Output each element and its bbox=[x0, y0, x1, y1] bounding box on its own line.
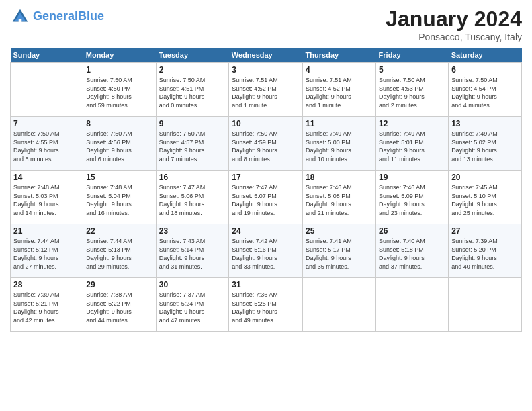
day-number: 19 bbox=[379, 173, 445, 182]
day-cell bbox=[303, 278, 376, 332]
day-cell: 19Sunrise: 7:46 AMSunset: 5:09 PMDayligh… bbox=[376, 171, 449, 224]
day-number: 20 bbox=[451, 173, 519, 182]
day-number: 23 bbox=[159, 226, 226, 236]
day-cell: 14Sunrise: 7:48 AMSunset: 5:03 PMDayligh… bbox=[11, 171, 83, 224]
day-info: Sunrise: 7:39 AMSunset: 5:20 PMDaylight:… bbox=[451, 237, 519, 271]
day-number: 18 bbox=[306, 173, 373, 182]
day-number: 24 bbox=[232, 226, 300, 236]
day-info: Sunrise: 7:49 AMSunset: 5:01 PMDaylight:… bbox=[379, 130, 445, 163]
day-cell: 2Sunrise: 7:50 AMSunset: 4:51 PMDaylight… bbox=[156, 63, 229, 117]
day-info: Sunrise: 7:39 AMSunset: 5:21 PMDaylight:… bbox=[13, 291, 80, 324]
day-info: Sunrise: 7:46 AMSunset: 5:09 PMDaylight:… bbox=[379, 183, 445, 217]
day-cell: 30Sunrise: 7:37 AMSunset: 5:24 PMDayligh… bbox=[156, 278, 229, 332]
day-info: Sunrise: 7:50 AMSunset: 4:59 PMDaylight:… bbox=[232, 130, 300, 163]
day-number: 15 bbox=[86, 173, 152, 182]
day-info: Sunrise: 7:37 AMSunset: 5:24 PMDaylight:… bbox=[159, 291, 226, 324]
day-number: 30 bbox=[159, 280, 226, 289]
page: GeneralBlue January 2024 Ponsacco, Tusca… bbox=[0, 0, 532, 411]
day-cell bbox=[376, 278, 449, 332]
day-cell: 15Sunrise: 7:48 AMSunset: 5:04 PMDayligh… bbox=[83, 171, 156, 224]
day-info: Sunrise: 7:50 AMSunset: 4:51 PMDaylight:… bbox=[159, 76, 226, 109]
day-cell: 11Sunrise: 7:49 AMSunset: 5:00 PMDayligh… bbox=[303, 117, 376, 171]
logo-line1: General bbox=[33, 9, 78, 23]
day-number: 4 bbox=[306, 65, 373, 75]
day-number: 16 bbox=[159, 173, 226, 182]
day-cell: 7Sunrise: 7:50 AMSunset: 4:55 PMDaylight… bbox=[11, 117, 83, 171]
day-cell: 13Sunrise: 7:49 AMSunset: 5:02 PMDayligh… bbox=[449, 117, 522, 171]
day-number: 8 bbox=[86, 119, 152, 128]
week-row-1: 7Sunrise: 7:50 AMSunset: 4:55 PMDaylight… bbox=[11, 117, 522, 171]
day-cell: 21Sunrise: 7:44 AMSunset: 5:12 PMDayligh… bbox=[11, 224, 83, 278]
day-cell: 12Sunrise: 7:49 AMSunset: 5:01 PMDayligh… bbox=[376, 117, 449, 171]
day-cell: 25Sunrise: 7:41 AMSunset: 5:17 PMDayligh… bbox=[303, 224, 376, 278]
day-number: 22 bbox=[86, 226, 152, 236]
day-cell: 5Sunrise: 7:50 AMSunset: 4:53 PMDaylight… bbox=[376, 63, 449, 117]
day-info: Sunrise: 7:51 AMSunset: 4:52 PMDaylight:… bbox=[232, 76, 300, 109]
logo-icon bbox=[10, 7, 30, 27]
day-cell: 24Sunrise: 7:42 AMSunset: 5:16 PMDayligh… bbox=[229, 224, 303, 278]
day-info: Sunrise: 7:40 AMSunset: 5:18 PMDaylight:… bbox=[379, 237, 445, 271]
day-cell: 23Sunrise: 7:43 AMSunset: 5:14 PMDayligh… bbox=[156, 224, 229, 278]
subtitle: Ponsacco, Tuscany, Italy bbox=[386, 32, 522, 42]
day-number: 10 bbox=[232, 119, 300, 128]
day-cell: 22Sunrise: 7:44 AMSunset: 5:13 PMDayligh… bbox=[83, 224, 156, 278]
day-cell: 16Sunrise: 7:47 AMSunset: 5:06 PMDayligh… bbox=[156, 171, 229, 224]
day-cell: 31Sunrise: 7:36 AMSunset: 5:25 PMDayligh… bbox=[229, 278, 303, 332]
svg-rect-2 bbox=[19, 19, 22, 23]
day-info: Sunrise: 7:48 AMSunset: 5:04 PMDaylight:… bbox=[86, 183, 152, 217]
day-number: 31 bbox=[232, 280, 300, 289]
col-header-thursday: Thursday bbox=[303, 48, 376, 63]
day-number: 7 bbox=[13, 119, 80, 128]
day-info: Sunrise: 7:49 AMSunset: 5:00 PMDaylight:… bbox=[306, 130, 373, 163]
day-number: 28 bbox=[13, 280, 80, 289]
col-header-sunday: Sunday bbox=[11, 48, 83, 63]
day-cell bbox=[11, 63, 83, 117]
logo-line2: Blue bbox=[78, 9, 104, 23]
day-number: 11 bbox=[306, 119, 373, 128]
day-cell: 27Sunrise: 7:39 AMSunset: 5:20 PMDayligh… bbox=[449, 224, 522, 278]
day-number: 29 bbox=[86, 280, 152, 289]
day-number: 2 bbox=[159, 65, 226, 75]
day-number: 25 bbox=[306, 226, 373, 236]
day-number: 17 bbox=[232, 173, 300, 182]
day-number: 3 bbox=[232, 65, 300, 75]
day-info: Sunrise: 7:44 AMSunset: 5:13 PMDaylight:… bbox=[86, 237, 152, 271]
day-cell: 8Sunrise: 7:50 AMSunset: 4:56 PMDaylight… bbox=[83, 117, 156, 171]
day-info: Sunrise: 7:38 AMSunset: 5:22 PMDaylight:… bbox=[86, 291, 152, 324]
day-info: Sunrise: 7:48 AMSunset: 5:03 PMDaylight:… bbox=[13, 183, 80, 217]
col-header-saturday: Saturday bbox=[449, 48, 522, 63]
week-row-2: 14Sunrise: 7:48 AMSunset: 5:03 PMDayligh… bbox=[11, 171, 522, 224]
day-number: 14 bbox=[13, 173, 80, 182]
calendar-table: SundayMondayTuesdayWednesdayThursdayFrid… bbox=[10, 48, 522, 332]
day-info: Sunrise: 7:50 AMSunset: 4:53 PMDaylight:… bbox=[379, 76, 445, 109]
day-number: 26 bbox=[379, 226, 445, 236]
day-cell: 26Sunrise: 7:40 AMSunset: 5:18 PMDayligh… bbox=[376, 224, 449, 278]
day-cell: 4Sunrise: 7:51 AMSunset: 4:52 PMDaylight… bbox=[303, 63, 376, 117]
day-cell: 6Sunrise: 7:50 AMSunset: 4:54 PMDaylight… bbox=[449, 63, 522, 117]
day-number: 9 bbox=[159, 119, 226, 128]
day-info: Sunrise: 7:47 AMSunset: 5:07 PMDaylight:… bbox=[232, 183, 300, 217]
day-info: Sunrise: 7:47 AMSunset: 5:06 PMDaylight:… bbox=[159, 183, 226, 217]
day-cell: 9Sunrise: 7:50 AMSunset: 4:57 PMDaylight… bbox=[156, 117, 229, 171]
header-row: SundayMondayTuesdayWednesdayThursdayFrid… bbox=[11, 48, 522, 63]
day-number: 12 bbox=[379, 119, 445, 128]
day-cell: 1Sunrise: 7:50 AMSunset: 4:50 PMDaylight… bbox=[83, 63, 156, 117]
col-header-monday: Monday bbox=[83, 48, 156, 63]
day-info: Sunrise: 7:49 AMSunset: 5:02 PMDaylight:… bbox=[451, 130, 519, 163]
col-header-friday: Friday bbox=[376, 48, 449, 63]
day-cell: 17Sunrise: 7:47 AMSunset: 5:07 PMDayligh… bbox=[229, 171, 303, 224]
week-row-4: 28Sunrise: 7:39 AMSunset: 5:21 PMDayligh… bbox=[11, 278, 522, 332]
week-row-3: 21Sunrise: 7:44 AMSunset: 5:12 PMDayligh… bbox=[11, 224, 522, 278]
header: GeneralBlue January 2024 Ponsacco, Tusca… bbox=[10, 7, 522, 42]
day-info: Sunrise: 7:42 AMSunset: 5:16 PMDaylight:… bbox=[232, 237, 300, 271]
col-header-tuesday: Tuesday bbox=[156, 48, 229, 63]
day-number: 5 bbox=[379, 65, 445, 75]
title-block: January 2024 Ponsacco, Tuscany, Italy bbox=[386, 7, 522, 42]
day-cell: 20Sunrise: 7:45 AMSunset: 5:10 PMDayligh… bbox=[449, 171, 522, 224]
day-info: Sunrise: 7:50 AMSunset: 4:57 PMDaylight:… bbox=[159, 130, 226, 163]
day-info: Sunrise: 7:45 AMSunset: 5:10 PMDaylight:… bbox=[451, 183, 519, 217]
day-info: Sunrise: 7:50 AMSunset: 4:56 PMDaylight:… bbox=[86, 130, 152, 163]
day-info: Sunrise: 7:44 AMSunset: 5:12 PMDaylight:… bbox=[13, 237, 80, 271]
day-number: 27 bbox=[451, 226, 519, 236]
day-info: Sunrise: 7:51 AMSunset: 4:52 PMDaylight:… bbox=[306, 76, 373, 109]
